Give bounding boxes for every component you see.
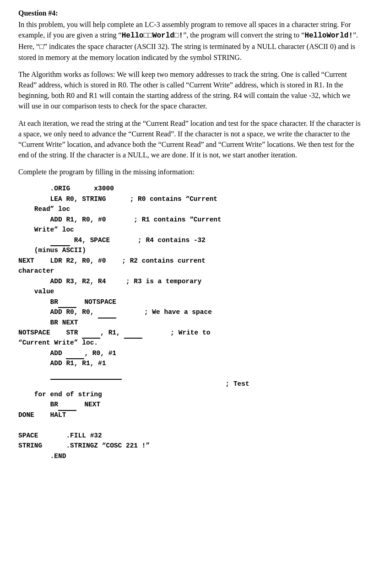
blank-5[interactable] [124, 328, 142, 339]
intro-paragraph-3: At each iteration, we read the string at… [18, 118, 361, 161]
code-line-done-halt: DONE HALT [18, 410, 361, 420]
code-line-read-loc: Read” loc [18, 204, 361, 214]
code-line-add-r3: ADD R3, R2, R4 ; R3 is a temporary [18, 276, 361, 286]
code-line-test-comment: ; Test [18, 379, 361, 389]
code-line-blank-r4: R4, SPACE ; R4 contains -32 [18, 235, 361, 245]
code-line-br-next-2: BR NEXT [18, 399, 361, 410]
intro-paragraph-1: In this problem, you will help complete … [18, 19, 361, 63]
blank-6[interactable] [66, 348, 84, 359]
code-line-minus-ascii: (minus ASCII) [18, 245, 361, 255]
question-container: Question #4: In this problem, you will h… [18, 9, 361, 461]
code-line-orig: .ORIG x3000 [18, 183, 361, 194]
intro-paragraph-2: The Algorithm works as follows: We will … [18, 69, 361, 112]
blank-4[interactable] [82, 328, 100, 339]
complete-program-label: Complete the program by filling in the m… [18, 167, 361, 177]
code-line-for-end: for end of string [18, 389, 361, 399]
code-line-character: character [18, 266, 361, 276]
code-line-add-blank-r0: ADD , R0, #1 [18, 348, 361, 358]
blank-3[interactable] [98, 307, 116, 318]
code-line-write-loc: Write” loc [18, 225, 361, 235]
code-line-write-loc-2: “Current Write” loc. [18, 338, 361, 348]
code-line-end: .END [18, 451, 361, 461]
blank-2[interactable] [58, 297, 76, 308]
code-line-br-notspace: BR NOTSPACE [18, 297, 361, 307]
code-line-next-ldr: NEXT LDR R2, R0, #0 ; R2 contains curren… [18, 256, 361, 266]
code-line-string-stringz: STRING .STRINGZ “COSC 221 !” [18, 441, 361, 451]
blank-1[interactable] [50, 235, 70, 246]
code-line-notspace-str: NOTSPACE STR , R1, ; Write to [18, 328, 361, 338]
blank-8[interactable] [58, 399, 76, 410]
blank-7[interactable] [50, 369, 122, 380]
code-line-br-next-1: BR NEXT [18, 318, 361, 328]
code-line-add-r0-blank: ADD R0, R0, ; We have a space [18, 307, 361, 317]
code-line-value: value [18, 286, 361, 297]
question-header: Question #4: [18, 9, 361, 17]
code-line-lea: LEA R0, STRING ; R0 contains “Current [18, 194, 361, 204]
code-line-space-fill: SPACE .FILL #32 [18, 431, 361, 441]
code-line-add-r1: ADD R1, R0, #0 ; R1 contains “Current [18, 215, 361, 225]
assembly-code: .ORIG x3000 LEA R0, STRING ; R0 contains… [18, 183, 361, 461]
code-line-add-r1-r1: ADD R1, R1, #1 [18, 358, 361, 368]
code-line-empty [18, 420, 361, 430]
code-line-long-blank [18, 369, 361, 379]
